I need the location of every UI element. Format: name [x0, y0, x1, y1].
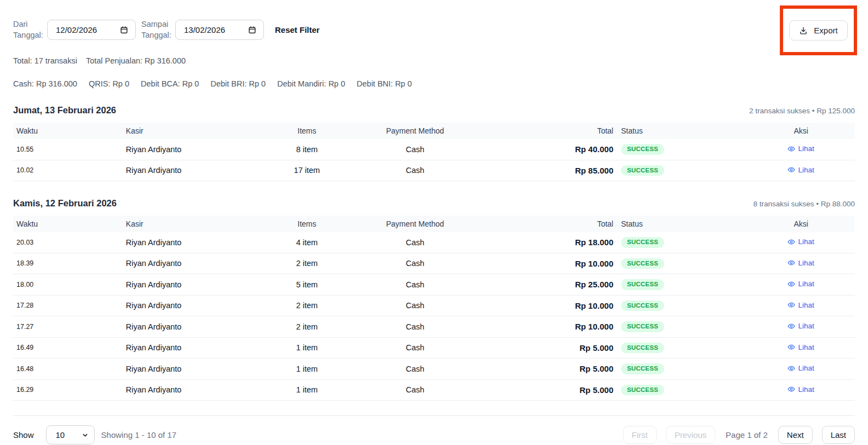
- cell-items: 8 item: [272, 139, 342, 160]
- export-button-label: Export: [814, 26, 837, 35]
- last-page-button[interactable]: Last: [822, 426, 855, 444]
- transaction-row: 16.48 Riyan Ardiyanto 1 item Cash Rp 5.0…: [13, 359, 855, 380]
- cell-aksi: Lihat: [747, 295, 855, 316]
- method-debit-bca-text: Debit BCA: Rp 0: [141, 79, 199, 88]
- cell-items: 17 item: [272, 160, 342, 181]
- view-transaction-link[interactable]: Lihat: [787, 322, 814, 330]
- cell-payment-method: Cash: [342, 359, 488, 380]
- status-badge: SUCCESS: [621, 300, 664, 311]
- transaction-row: 16.49 Riyan Ardiyanto 1 item Cash Rp 5.0…: [13, 337, 855, 359]
- transactions-table: Waktu Kasir Items Payment Method Total S…: [13, 216, 855, 401]
- next-page-button[interactable]: Next: [778, 426, 813, 444]
- cell-kasir: Riyan Ardiyanto: [123, 274, 272, 296]
- view-transaction-link[interactable]: Lihat: [787, 343, 814, 351]
- cell-status: SUCCESS: [617, 337, 747, 359]
- first-page-button[interactable]: First: [623, 426, 657, 444]
- cell-status: SUCCESS: [617, 379, 747, 401]
- from-date-input[interactable]: [47, 20, 136, 40]
- view-link-label: Lihat: [798, 385, 814, 394]
- cell-payment-method: Cash: [342, 139, 488, 160]
- total-transactions-text: Total: 17 transaksi: [13, 56, 77, 65]
- calendar-icon[interactable]: [120, 26, 128, 34]
- cell-payment-method: Cash: [342, 337, 488, 359]
- cell-kasir: Riyan Ardiyanto: [123, 160, 272, 181]
- cell-waktu: 17.27: [13, 316, 123, 338]
- cell-aksi: Lihat: [747, 160, 855, 181]
- to-date-value[interactable]: [184, 25, 234, 34]
- cell-kasir: Riyan Ardiyanto: [123, 379, 272, 401]
- status-badge: SUCCESS: [621, 165, 664, 176]
- column-header-items: Items: [272, 216, 342, 232]
- cell-aksi: Lihat: [747, 359, 855, 380]
- cell-items: 1 item: [272, 359, 342, 380]
- calendar-icon[interactable]: [248, 26, 256, 34]
- cell-items: 2 item: [272, 316, 342, 338]
- column-header-payment-method: Payment Method: [342, 216, 488, 232]
- view-transaction-link[interactable]: Lihat: [787, 145, 814, 153]
- from-date-value[interactable]: [56, 25, 106, 34]
- view-link-label: Lihat: [798, 259, 814, 267]
- export-highlight-rectangle: Export: [780, 5, 857, 55]
- cell-waktu: 16.48: [13, 359, 123, 380]
- previous-page-button[interactable]: Previous: [666, 426, 715, 444]
- cell-aksi: Lihat: [747, 274, 855, 296]
- status-badge: SUCCESS: [621, 144, 664, 155]
- pagination-bar: Show 10 Showing 1 - 10 of 17 First Previ…: [13, 415, 855, 444]
- page-size-select[interactable]: 10: [46, 425, 95, 444]
- column-header-waktu: Waktu: [13, 123, 123, 139]
- view-link-label: Lihat: [798, 145, 814, 153]
- page-indicator: Page 1 of 2: [726, 430, 768, 440]
- view-transaction-link[interactable]: Lihat: [787, 364, 814, 372]
- cell-waktu: 18.39: [13, 253, 123, 274]
- to-date-label: Sampai Tanggal:: [141, 19, 175, 41]
- view-transaction-link[interactable]: Lihat: [787, 280, 814, 288]
- to-date-input[interactable]: [175, 20, 264, 40]
- download-icon: [799, 26, 808, 35]
- cell-total: Rp 18.000: [488, 232, 617, 253]
- view-transaction-link[interactable]: Lihat: [787, 385, 814, 394]
- cell-aksi: Lihat: [747, 232, 855, 253]
- showing-range-text: Showing 1 - 10 of 17: [101, 430, 177, 440]
- eye-icon: [787, 301, 795, 309]
- status-badge: SUCCESS: [621, 385, 664, 396]
- cell-payment-method: Cash: [342, 232, 488, 253]
- view-transaction-link[interactable]: Lihat: [787, 301, 814, 309]
- cell-kasir: Riyan Ardiyanto: [123, 316, 272, 338]
- column-header-items: Items: [272, 123, 342, 139]
- method-qris-text: QRIS: Rp 0: [89, 79, 129, 88]
- transaction-row: 18.39 Riyan Ardiyanto 2 item Cash Rp 10.…: [13, 253, 855, 274]
- cell-payment-method: Cash: [342, 253, 488, 274]
- cell-kasir: Riyan Ardiyanto: [123, 295, 272, 316]
- cell-total: Rp 5.000: [488, 359, 617, 380]
- totals-summary: Total: 17 transaksi Total Penjualan: Rp …: [13, 56, 855, 65]
- view-transaction-link[interactable]: Lihat: [787, 238, 814, 246]
- status-badge: SUCCESS: [621, 321, 664, 332]
- eye-icon: [787, 166, 795, 174]
- reset-filter-button[interactable]: Reset Filter: [275, 25, 320, 34]
- cell-waktu: 17.28: [13, 295, 123, 316]
- cell-waktu: 16.49: [13, 337, 123, 359]
- cell-kasir: Riyan Ardiyanto: [123, 359, 272, 380]
- cell-items: 2 item: [272, 295, 342, 316]
- eye-icon: [787, 385, 795, 393]
- view-link-label: Lihat: [798, 301, 814, 309]
- export-button[interactable]: Export: [789, 20, 847, 41]
- view-transaction-link[interactable]: Lihat: [787, 259, 814, 267]
- cell-total: Rp 40.000: [488, 139, 617, 160]
- view-link-label: Lihat: [798, 280, 814, 288]
- day-sections-container: Jumat, 13 Februari 2026 2 transaksi suks…: [13, 105, 855, 401]
- cell-payment-method: Cash: [342, 295, 488, 316]
- cell-status: SUCCESS: [617, 232, 747, 253]
- cell-items: 2 item: [272, 253, 342, 274]
- show-label: Show: [13, 430, 34, 440]
- status-badge: SUCCESS: [621, 363, 664, 374]
- cell-total: Rp 85.000: [488, 160, 617, 181]
- column-header-total: Total: [488, 216, 617, 232]
- transaction-row: 17.27 Riyan Ardiyanto 2 item Cash Rp 10.…: [13, 316, 855, 338]
- cell-status: SUCCESS: [617, 295, 747, 316]
- cell-items: 4 item: [272, 232, 342, 253]
- cell-items: 5 item: [272, 274, 342, 296]
- cell-status: SUCCESS: [617, 316, 747, 338]
- view-transaction-link[interactable]: Lihat: [787, 166, 814, 174]
- cell-items: 1 item: [272, 337, 342, 359]
